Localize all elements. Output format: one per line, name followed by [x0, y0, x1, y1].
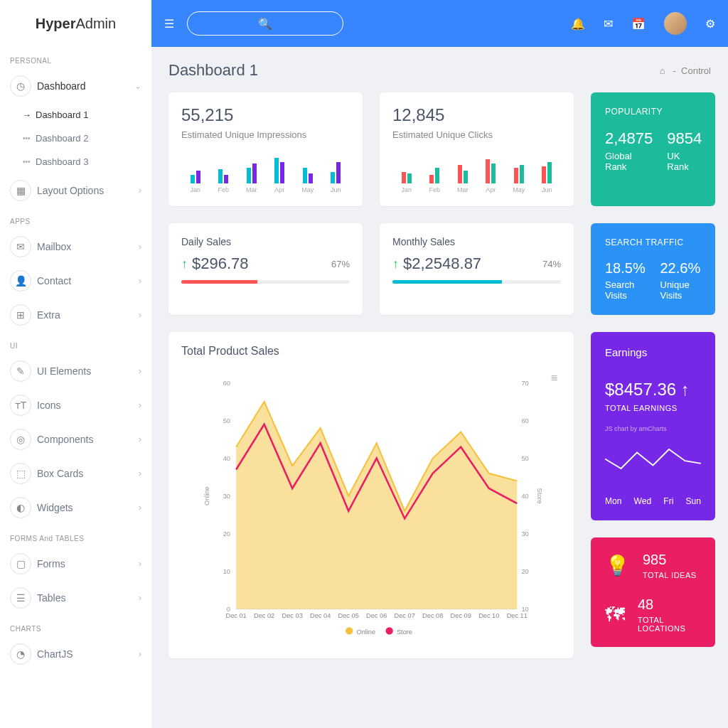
text-icon: ᴛT: [10, 395, 31, 416]
traffic-title: SEARCH TRAFFIC: [605, 237, 701, 247]
svg-text:Dec 01: Dec 01: [226, 612, 247, 619]
mail-icon: ✉: [10, 236, 31, 257]
chart-menu-icon[interactable]: ≡: [551, 372, 557, 385]
earnings-value: $8457.36 ↑: [605, 380, 701, 400]
earnings-title: Earnings: [605, 346, 701, 358]
svg-text:Dec 10: Dec 10: [478, 612, 499, 619]
earnings-card: Earnings $8457.36 ↑ TOTAL EARNINGS JS ch…: [591, 332, 715, 520]
global-rank-value: 2,4875: [605, 129, 653, 148]
arrow-icon: →: [23, 110, 36, 120]
monthly-progress: [392, 280, 561, 284]
daily-value: $296.78: [192, 255, 249, 273]
monthly-sales-card: Monthly Sales ↑$2,2548.8774%: [380, 223, 574, 315]
breadcrumb: ⌂ - Control: [660, 65, 711, 76]
table-icon: ☰: [10, 587, 31, 609]
svg-text:20: 20: [521, 568, 528, 575]
mail-icon[interactable]: ✉: [604, 17, 613, 31]
nav-layout[interactable]: ▦Layout Options›: [0, 173, 151, 208]
nav-components[interactable]: ◎Components›: [0, 422, 151, 456]
nav-icons[interactable]: ᴛTIcons›: [0, 388, 151, 422]
clicks-card: 12,845 Estimated Unique Clicks JanFebMar…: [380, 92, 574, 206]
monthly-title: Monthly Sales: [392, 236, 561, 247]
crumb-item[interactable]: Control: [681, 65, 711, 76]
nav-chartjs[interactable]: ◔ChartJS›: [0, 637, 151, 671]
box-icon: ⬚: [10, 463, 31, 484]
svg-text:30: 30: [521, 530, 528, 537]
nav-dashboard[interactable]: ◷ Dashboard ⌄: [0, 69, 151, 103]
avatar[interactable]: [664, 12, 687, 35]
monthly-value: $2,2548.87: [403, 255, 481, 273]
section-ui: UI: [0, 332, 151, 354]
logo-light: Admin: [76, 16, 117, 31]
svg-text:Dec 02: Dec 02: [254, 612, 274, 619]
search-visits-label: Search Visits: [605, 279, 646, 301]
svg-text:50: 50: [521, 455, 528, 462]
chevron-right-icon: ›: [139, 503, 141, 513]
logo[interactable]: HyperAdmin: [0, 0, 151, 47]
chevron-right-icon: ›: [139, 366, 141, 376]
page-title: Dashboard 1: [168, 61, 258, 80]
chevron-right-icon: ›: [139, 649, 141, 659]
product-sales-title: Total Product Sales: [181, 345, 561, 358]
clicks-value: 12,845: [392, 105, 561, 125]
chevron-right-icon: ›: [139, 186, 141, 196]
bulb-icon: 💡: [605, 554, 630, 577]
section-personal: PERSONAL: [0, 47, 151, 69]
earnings-days: MonWedFriSun: [605, 496, 701, 506]
nav-forms[interactable]: ▢Forms›: [0, 547, 151, 581]
dashboard-grid: 55,215 Estimated Unique Impressions JanF…: [168, 92, 711, 658]
nav-dashboard-3[interactable]: •••Dashboard 3: [0, 150, 151, 173]
dots-icon: •••: [23, 134, 36, 142]
daily-progress: [181, 280, 350, 284]
gauge-icon: ◷: [10, 75, 31, 97]
svg-point-30: [386, 627, 393, 634]
chevron-right-icon: ›: [139, 276, 141, 286]
ideas-label: TOTAL IDEAS: [643, 571, 697, 579]
calendar-icon[interactable]: 📅: [631, 17, 646, 31]
home-icon[interactable]: ⌂: [660, 65, 665, 76]
monthly-pct: 74%: [542, 259, 561, 269]
search-input[interactable]: 🔍: [187, 11, 343, 36]
nav-contact[interactable]: 👤Contact›: [0, 264, 151, 298]
svg-text:40: 40: [223, 455, 230, 462]
nav-boxcards[interactable]: ⬚Box Cards›: [0, 456, 151, 491]
nav-tables[interactable]: ☰Tables›: [0, 581, 151, 615]
product-sales-card: Total Product Sales ≡ 010203040506010203…: [168, 332, 574, 658]
chart-icon: ◔: [10, 643, 31, 665]
impressions-chart: JanFebMarAprMayJun: [181, 154, 350, 193]
locations-value: 48: [638, 596, 701, 613]
ideas-card: 💡985TOTAL IDEAS 🗺48TOTAL LOCATIONS: [591, 537, 715, 647]
uk-rank-label: UK Rank: [667, 151, 702, 172]
nav-widgets[interactable]: ◐Widgets›: [0, 491, 151, 525]
nav-dashboard-1[interactable]: →Dashboard 1: [0, 103, 151, 127]
bell-icon[interactable]: 🔔: [571, 17, 585, 31]
svg-text:Dec 05: Dec 05: [338, 612, 359, 619]
daily-title: Daily Sales: [181, 236, 350, 247]
product-sales-chart: ≡ 010203040506010203040506070Dec 01Dec 0…: [181, 368, 561, 646]
impressions-label: Estimated Unique Impressions: [181, 129, 350, 140]
layout-icon: ▦: [10, 180, 31, 201]
svg-text:Dec 06: Dec 06: [366, 612, 387, 619]
nav-mailbox[interactable]: ✉Mailbox›: [0, 230, 151, 264]
chevron-right-icon: ›: [139, 469, 141, 478]
nav-dashboard-2[interactable]: •••Dashboard 2: [0, 127, 151, 150]
svg-text:Dec 08: Dec 08: [422, 612, 443, 619]
chevron-right-icon: ›: [139, 593, 141, 603]
locations-label: TOTAL LOCATIONS: [638, 616, 701, 633]
section-charts: CHARTS: [0, 615, 151, 637]
svg-text:Store: Store: [397, 628, 412, 636]
nav-ui-elements[interactable]: ✎UI Elements›: [0, 354, 151, 388]
map-icon: 🗺: [605, 603, 625, 626]
gear-icon[interactable]: ⚙: [705, 17, 715, 31]
popularity-title: POPULARITY: [605, 107, 701, 117]
nav-extra[interactable]: ⊞Extra›: [0, 298, 151, 332]
svg-text:Dec 11: Dec 11: [507, 612, 528, 619]
chevron-right-icon: ›: [139, 559, 141, 569]
clicks-label: Estimated Unique Clicks: [392, 129, 561, 140]
svg-text:Online: Online: [356, 628, 375, 636]
svg-text:40: 40: [521, 493, 528, 500]
section-forms: FORMS And TABLES: [0, 525, 151, 547]
svg-point-28: [346, 627, 353, 634]
arrow-up-icon: ↑: [181, 257, 188, 272]
hamburger-icon[interactable]: ☰: [164, 17, 174, 31]
